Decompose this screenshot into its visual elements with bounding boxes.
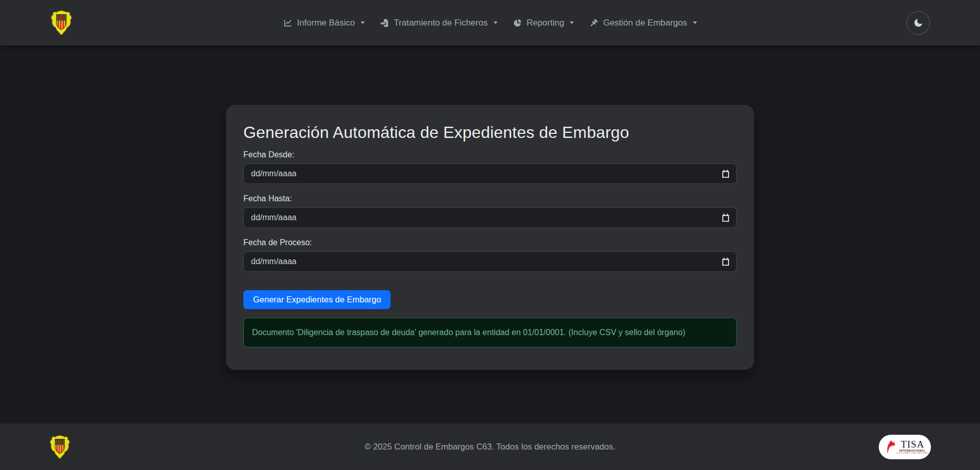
tisa-logo[interactable]: TISA INTERNACIONAL SOLUCIONES Y APLICACI… (879, 435, 931, 459)
fecha-hasta-input[interactable] (243, 207, 737, 228)
gavel-icon (589, 18, 599, 28)
moon-icon (913, 17, 924, 28)
nav-item-label: Informe Básico (297, 18, 355, 28)
chart-line-icon (283, 18, 292, 28)
main-menu: Informe Básico Tratamiento de Ficheros (283, 18, 697, 28)
chevron-down-icon (570, 21, 574, 24)
chevron-down-icon (693, 21, 697, 24)
coat-of-arms-logo (50, 9, 73, 36)
main-content: Generación Automática de Expedientes de … (0, 45, 980, 424)
theme-toggle-button[interactable] (906, 11, 930, 35)
chart-pie-icon (513, 18, 522, 28)
nav-item-gestion-de-embargos[interactable]: Gestión de Embargos (589, 18, 697, 28)
chevron-down-icon (493, 21, 497, 24)
calendar-icon[interactable] (721, 213, 730, 223)
fecha-desde-field-wrap (243, 163, 737, 184)
page-title: Generación Automática de Expedientes de … (243, 123, 737, 142)
fecha-de-proceso-field-wrap (243, 251, 737, 272)
coat-of-arms-logo (49, 434, 71, 460)
tisa-wordmark: TISA INTERNACIONAL SOLUCIONES Y APLICACI… (897, 439, 929, 455)
generar-expedientes-button[interactable]: Generar Expedientes de Embargo (243, 290, 391, 309)
fecha-desde-input[interactable] (243, 163, 737, 184)
nav-item-label: Gestión de Embargos (603, 18, 687, 28)
fecha-hasta-field-wrap (243, 207, 737, 228)
page-footer: © 2025 Control de Embargos C63. Todos lo… (0, 424, 980, 470)
fecha-desde-label: Fecha Desde: (243, 150, 737, 159)
fecha-de-proceso-input[interactable] (243, 251, 737, 272)
tisa-tagline: SOLUCIONES Y APLICACIONES (897, 453, 929, 455)
calendar-icon[interactable] (721, 257, 730, 267)
nav-item-label: Tratamiento de Ficheros (394, 18, 488, 28)
file-import-icon (380, 18, 389, 28)
calendar-icon[interactable] (721, 169, 730, 179)
fecha-hasta-label: Fecha Hasta: (243, 194, 737, 203)
nav-item-tratamiento-de-ficheros[interactable]: Tratamiento de Ficheros (380, 18, 497, 28)
generation-card: Generación Automática de Expedientes de … (226, 105, 754, 370)
copyright-text: © 2025 Control de Embargos C63. Todos lo… (364, 442, 616, 452)
nav-item-label: Reporting (527, 18, 564, 28)
brand-logo-link[interactable] (50, 9, 73, 36)
top-navbar: Informe Básico Tratamiento de Ficheros (0, 0, 980, 45)
chevron-down-icon (360, 21, 364, 24)
nav-item-reporting[interactable]: Reporting (513, 18, 574, 28)
fecha-de-proceso-label: Fecha de Proceso: (243, 238, 737, 247)
nav-item-informe-basico[interactable]: Informe Básico (283, 18, 364, 28)
tisa-name: TISA (901, 439, 924, 449)
success-alert: Documento 'Diligencia de traspaso de deu… (243, 318, 737, 347)
tisa-swoosh-icon (882, 437, 896, 457)
